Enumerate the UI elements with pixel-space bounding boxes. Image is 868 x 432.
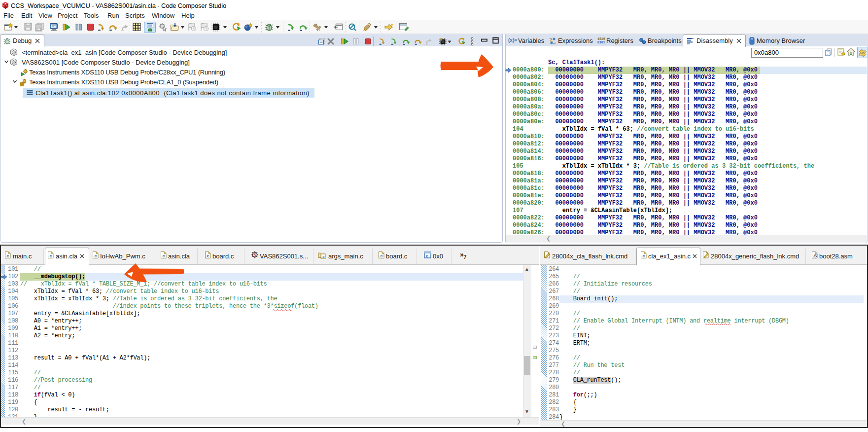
svg-text:.S: .S xyxy=(813,253,817,258)
svg-text:x²: x² xyxy=(553,42,556,45)
svg-text:c: c xyxy=(426,253,428,258)
svg-text:.c: .c xyxy=(206,253,209,258)
svg-text:.c: .c xyxy=(48,253,52,258)
svg-text:.c: .c xyxy=(641,253,645,258)
svg-text:.c: .c xyxy=(93,253,97,258)
svg-text:.c: .c xyxy=(379,253,383,258)
svg-text:.c: .c xyxy=(5,253,9,258)
svg-text:.c: .c xyxy=(321,254,325,259)
svg-text:.c: .c xyxy=(161,253,165,258)
svg-text:S: S xyxy=(253,252,257,258)
